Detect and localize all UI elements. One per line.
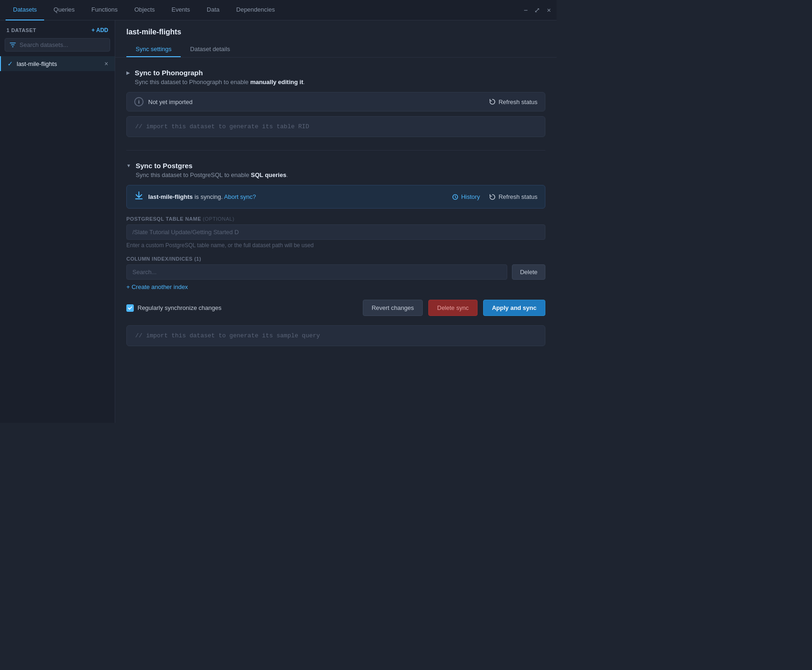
tab-functions[interactable]: Functions	[84, 0, 125, 20]
refresh-icon-2	[489, 194, 496, 200]
maximize-button[interactable]: ⤢	[534, 6, 540, 14]
phonograph-section-desc: Sync this dataset to Phonograph to enabl…	[135, 79, 305, 85]
phonograph-desc-suffix: .	[303, 79, 305, 85]
delete-index-button[interactable]: Delete	[512, 264, 545, 280]
phonograph-section-title: Sync to Phonograph	[135, 69, 305, 77]
postgres-refresh-label: Refresh status	[498, 193, 537, 200]
regularly-sync-label: Regularly synchronize changes	[138, 304, 222, 311]
sidebar-item-last-mile-flights[interactable]: ✓ last-mile-flights ×	[0, 56, 115, 71]
postgres-table-input[interactable]	[126, 224, 545, 240]
syncing-middle-text: is syncing.	[193, 193, 224, 200]
postgres-refresh-status-button[interactable]: Refresh status	[489, 193, 537, 200]
syncing-text: last-mile-flights is syncing. Abort sync…	[148, 193, 256, 200]
phonograph-title-block: Sync to Phonograph Sync this dataset to …	[135, 69, 305, 85]
tab-queries[interactable]: Queries	[46, 0, 82, 20]
postgres-code-block: // import this dataset to generate its s…	[126, 325, 545, 346]
regularly-sync-checkbox-wrap: Regularly synchronize changes	[126, 304, 222, 312]
column-index-label: COLUMN INDEX/INDICES (1)	[126, 256, 545, 262]
tab-sync-settings[interactable]: Sync settings	[126, 42, 181, 57]
action-bar: Regularly synchronize changes Revert cha…	[126, 300, 545, 316]
add-dataset-button[interactable]: + ADD	[92, 27, 108, 33]
phonograph-desc-prefix: Sync this dataset to Phonograph to enabl…	[135, 79, 250, 85]
regularly-sync-checkbox[interactable]	[126, 304, 134, 312]
tab-events[interactable]: Events	[164, 0, 197, 20]
postgres-toggle-icon[interactable]: ▼	[126, 163, 131, 168]
postgres-desc-suffix: .	[286, 171, 288, 178]
phonograph-status-text: Not yet imported	[148, 99, 192, 105]
postgres-table-name-group: POSTGRESQL TABLE NAME (OPTIONAL) Enter a…	[126, 216, 545, 249]
phonograph-status-bar: i Not yet imported Refresh status	[126, 92, 545, 112]
tab-data[interactable]: Data	[199, 0, 227, 20]
search-index-row: Delete	[126, 264, 545, 280]
syncing-bar-left: last-mile-flights is syncing. Abort sync…	[134, 191, 256, 203]
page-title: last-mile-flights	[126, 28, 545, 36]
filter-icon	[10, 42, 16, 48]
sidebar-item-label: last-mile-flights	[17, 60, 101, 67]
postgres-section-desc: Sync this dataset to PostgreSQL to enabl…	[136, 171, 288, 178]
close-button[interactable]: ×	[547, 6, 551, 14]
history-button[interactable]: History	[452, 193, 480, 200]
sidebar: 1 DATASET + ADD ✓ last-mile-flights ×	[0, 20, 115, 423]
postgres-desc-bold: SQL queries	[251, 171, 286, 178]
postgres-table-label: POSTGRESQL TABLE NAME (OPTIONAL)	[126, 216, 545, 222]
apply-and-sync-button[interactable]: Apply and sync	[483, 300, 545, 316]
syncing-bar-right: History Refresh status	[452, 193, 537, 200]
phonograph-desc-bold: manually editing it	[250, 79, 303, 85]
minimize-button[interactable]: −	[524, 6, 528, 14]
postgres-title-block: Sync to Postgres Sync this dataset to Po…	[136, 162, 288, 178]
search-box[interactable]	[5, 38, 110, 52]
phonograph-status-left: i Not yet imported	[134, 97, 192, 106]
section-header-postgres: ▼ Sync to Postgres Sync this dataset to …	[126, 162, 545, 178]
content-header: last-mile-flights Sync settings Dataset …	[115, 20, 557, 58]
revert-changes-button[interactable]: Revert changes	[363, 300, 423, 316]
phonograph-toggle-icon[interactable]: ▶	[126, 70, 130, 75]
syncing-dataset-name: last-mile-flights	[148, 193, 193, 200]
dataset-count-label: 1 DATASET	[7, 27, 36, 33]
tab-dataset-details[interactable]: Dataset details	[181, 42, 239, 57]
phonograph-refresh-label: Refresh status	[498, 99, 537, 105]
content-area: last-mile-flights Sync settings Dataset …	[115, 20, 557, 423]
checkmark-icon: ✓	[7, 60, 13, 67]
search-datasets-input[interactable]	[20, 41, 105, 48]
phonograph-code-block: // import this dataset to generate its t…	[126, 116, 545, 137]
sidebar-header: 1 DATASET + ADD	[0, 20, 115, 38]
history-icon	[452, 194, 458, 200]
search-index-input[interactable]	[126, 264, 507, 280]
history-label: History	[461, 193, 480, 200]
title-bar: Datasets Queries Functions Objects Event…	[0, 0, 557, 20]
window-controls: − ⤢ ×	[524, 6, 551, 14]
delete-sync-button[interactable]: Delete sync	[428, 300, 478, 316]
tab-objects[interactable]: Objects	[127, 0, 162, 20]
create-another-index-button[interactable]: + Create another index	[126, 283, 188, 290]
postgres-desc-prefix: Sync this dataset to PostgreSQL to enabl…	[136, 171, 251, 178]
tab-dependencies[interactable]: Dependencies	[229, 0, 282, 20]
abort-sync-button[interactable]: Abort sync?	[224, 193, 256, 200]
section-divider	[126, 150, 545, 151]
content-body: ▶ Sync to Phonograph Sync this dataset t…	[115, 58, 557, 423]
column-index-group: COLUMN INDEX/INDICES (1) Delete + Create…	[126, 256, 545, 290]
main-layout: 1 DATASET + ADD ✓ last-mile-flights × la…	[0, 20, 557, 423]
optional-label: (OPTIONAL)	[203, 216, 235, 222]
info-icon: i	[134, 97, 144, 106]
sync-postgres-section: ▼ Sync to Postgres Sync this dataset to …	[126, 162, 545, 346]
postgres-syncing-bar: last-mile-flights is syncing. Abort sync…	[126, 185, 545, 209]
sync-phonograph-section: ▶ Sync to Phonograph Sync this dataset t…	[126, 69, 545, 137]
close-dataset-icon[interactable]: ×	[105, 60, 108, 67]
section-header-phonograph: ▶ Sync to Phonograph Sync this dataset t…	[126, 69, 545, 85]
content-tabs: Sync settings Dataset details	[126, 42, 545, 57]
refresh-icon	[489, 99, 496, 105]
phonograph-refresh-status-button[interactable]: Refresh status	[489, 99, 537, 105]
postgres-section-title: Sync to Postgres	[136, 162, 288, 170]
postgres-table-hint: Enter a custom PostgreSQL table name, or…	[126, 242, 545, 249]
download-icon	[134, 191, 144, 203]
tab-datasets[interactable]: Datasets	[6, 0, 44, 20]
